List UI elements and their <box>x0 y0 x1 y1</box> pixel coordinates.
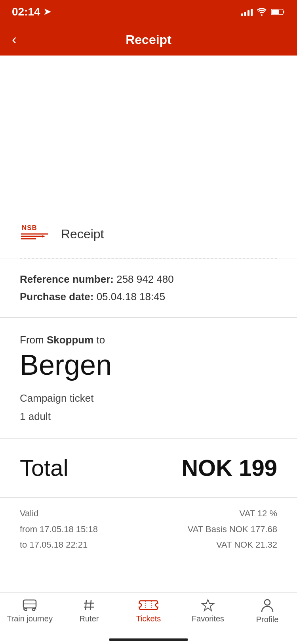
ticket-type-line: Campaign ticket 1 adult <box>20 389 277 426</box>
svg-line-14 <box>86 600 86 610</box>
svg-point-24 <box>265 600 270 605</box>
svg-rect-2 <box>272 10 279 14</box>
nav-label-profile: Profile <box>256 615 279 624</box>
status-icons <box>241 8 285 16</box>
nav-item-tickets[interactable]: Tickets <box>119 598 178 623</box>
svg-line-12 <box>23 608 24 610</box>
vat-section: Valid from 17.05.18 15:18 to 17.05.18 22… <box>0 498 297 600</box>
svg-rect-18 <box>139 601 158 610</box>
status-bar: 02:14 ➤ <box>0 0 297 24</box>
wifi-icon <box>257 8 267 16</box>
svg-point-11 <box>32 608 35 611</box>
status-time: 02:14 ➤ <box>12 6 51 18</box>
destination-city: Bergen <box>20 349 277 381</box>
nav-item-profile[interactable]: Profile <box>238 598 297 624</box>
nav-label-favorites: Favorites <box>192 614 224 623</box>
location-arrow-icon: ➤ <box>44 7 51 17</box>
nsb-logo-svg: NSB <box>20 223 51 245</box>
nav-item-train-journey[interactable]: Train journey <box>0 598 59 623</box>
page-title: Receipt <box>126 33 171 47</box>
battery-icon <box>271 8 285 15</box>
nsb-logo: NSB <box>20 222 51 246</box>
svg-point-20 <box>156 603 158 607</box>
nav-label-tickets: Tickets <box>136 614 161 623</box>
ticket-icon <box>139 598 158 612</box>
nav-item-favorites[interactable]: Favorites <box>178 598 238 623</box>
hash-icon <box>82 598 96 612</box>
signal-icon <box>241 8 253 16</box>
top-white-space <box>0 56 297 206</box>
reference-section: Reference number: 258 942 480 Purchase d… <box>0 259 297 317</box>
total-section: Total NOK 199 <box>0 439 297 497</box>
svg-text:NSB: NSB <box>22 224 37 232</box>
nav-label-train-journey: Train journey <box>7 614 53 623</box>
svg-line-13 <box>35 608 36 610</box>
svg-line-15 <box>90 600 91 610</box>
vat-validity: Valid from 17.05.18 15:18 to 17.05.18 22… <box>20 506 98 553</box>
train-icon <box>21 598 38 612</box>
vat-details: VAT 12 % VAT Basis NOK 177.68 VAT NOK 21… <box>188 506 277 553</box>
star-icon <box>201 598 215 612</box>
receipt-label: Receipt <box>61 227 104 242</box>
bottom-nav: Train journey Ruter Tickets Favorites <box>0 592 297 644</box>
back-button[interactable]: ‹ <box>12 31 17 48</box>
from-to-line: From Skoppum to <box>20 334 277 346</box>
person-icon <box>261 598 274 613</box>
svg-point-10 <box>25 608 27 611</box>
nav-item-ruter[interactable]: Ruter <box>59 598 119 623</box>
total-amount: NOK 199 <box>181 454 277 481</box>
purchase-date-line: Purchase date: 05.04.18 18:45 <box>20 288 277 305</box>
total-label: Total <box>20 454 69 481</box>
reference-number-line: Reference number: 258 942 480 <box>20 270 277 288</box>
nav-label-ruter: Ruter <box>80 614 99 623</box>
time-display: 02:14 <box>12 6 40 18</box>
svg-marker-7 <box>42 235 45 238</box>
top-nav-bar: ‹ Receipt <box>0 24 297 56</box>
svg-point-19 <box>139 603 141 607</box>
home-indicator <box>109 638 188 641</box>
journey-section: From Skoppum to Bergen Campaign ticket 1… <box>0 318 297 438</box>
svg-marker-23 <box>202 600 214 611</box>
svg-rect-1 <box>283 11 284 13</box>
receipt-header: NSB Receipt <box>0 206 297 258</box>
